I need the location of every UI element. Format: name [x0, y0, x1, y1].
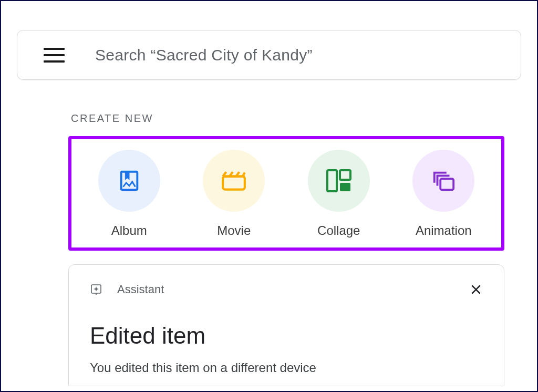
- search-bar[interactable]: Search “Sacred City of Kandy”: [17, 30, 521, 80]
- svg-rect-3: [340, 170, 350, 180]
- create-album-button[interactable]: Album: [79, 150, 179, 238]
- close-icon[interactable]: [469, 283, 483, 296]
- menu-icon[interactable]: [44, 48, 65, 63]
- svg-rect-4: [340, 183, 350, 191]
- create-collage-button[interactable]: Collage: [289, 150, 389, 238]
- create-album-label: Album: [111, 223, 147, 238]
- svg-rect-2: [327, 170, 337, 191]
- create-collage-label: Collage: [317, 223, 360, 238]
- assistant-label: Assistant: [117, 283, 164, 296]
- create-animation-button[interactable]: Animation: [394, 150, 493, 238]
- search-placeholder: Search “Sacred City of Kandy”: [95, 46, 313, 64]
- assistant-card: Assistant Edited item You edited this it…: [68, 264, 504, 386]
- assistant-card-title: Edited item: [90, 323, 483, 349]
- assistant-card-description: You edited this item on a different devi…: [90, 360, 483, 375]
- animation-icon: [412, 150, 474, 212]
- svg-rect-5: [441, 179, 454, 190]
- create-movie-label: Movie: [217, 223, 251, 238]
- create-movie-button[interactable]: Movie: [184, 150, 284, 238]
- create-new-row: Album Movie: [68, 136, 504, 251]
- assistant-sparkle-icon: [90, 283, 102, 296]
- create-animation-label: Animation: [416, 223, 472, 238]
- create-new-header: CREATE NEW: [68, 112, 504, 125]
- svg-rect-1: [223, 177, 245, 190]
- movie-icon: [203, 150, 265, 212]
- album-icon: [98, 150, 160, 212]
- collage-icon: [308, 150, 370, 212]
